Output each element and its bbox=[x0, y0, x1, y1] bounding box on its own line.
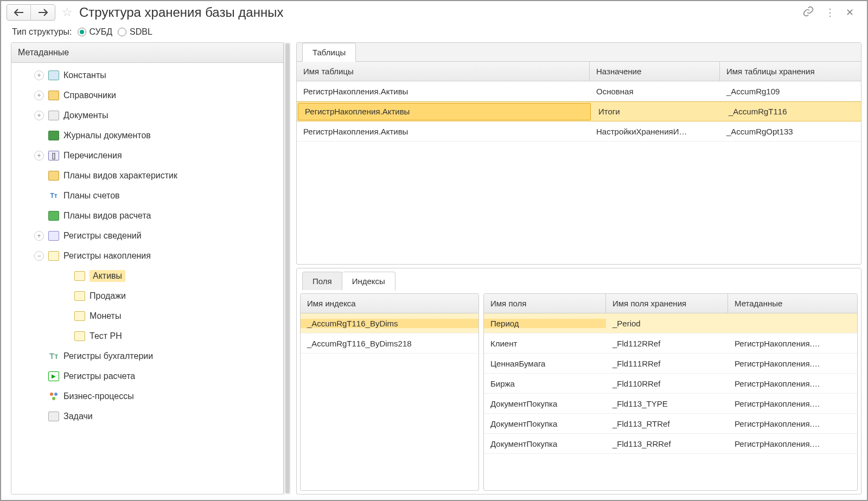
col-field-name[interactable]: Имя поля bbox=[484, 294, 606, 313]
tables-grid-header: Имя таблицы Назначение Имя таблицы хране… bbox=[297, 62, 861, 81]
lower-tabstrip: Поля Индексы bbox=[297, 268, 861, 290]
col-storage-name[interactable]: Имя таблицы хранения bbox=[720, 62, 861, 81]
field-row[interactable]: ДокументПокупка_Fld113_RTRefРегистрНакоп… bbox=[484, 414, 857, 434]
cell: _AccumRg109 bbox=[720, 87, 861, 96]
tree-item[interactable]: −Регистры накопления bbox=[11, 246, 283, 266]
tree-item[interactable]: +Регистры сведений bbox=[11, 226, 283, 246]
tree-item[interactable]: TтРегистры бухгалтерии bbox=[11, 346, 283, 366]
metadata-tree: Метаданные +Константы+Справочники+Докуме… bbox=[11, 42, 284, 494]
table-row[interactable]: РегистрНакопления.АктивыНастройкиХранени… bbox=[297, 121, 861, 142]
calcreg-icon bbox=[48, 371, 59, 381]
cell: РегистрНакопления.… bbox=[728, 419, 857, 428]
forward-button[interactable] bbox=[31, 5, 55, 20]
expander-icon bbox=[60, 311, 70, 321]
bp-icon bbox=[48, 391, 59, 401]
expander-icon[interactable]: + bbox=[34, 151, 44, 160]
title-actions: ⋮ ✕ bbox=[802, 5, 861, 20]
metadata-panel: Метаданные +Константы+Справочники+Докуме… bbox=[11, 42, 291, 494]
tree-item[interactable]: +Константы bbox=[11, 65, 283, 85]
tree-item-label: Бизнес-процессы bbox=[63, 391, 134, 401]
index-row[interactable]: _AccumRgT116_ByDims bbox=[301, 313, 478, 333]
tree-item[interactable]: +Документы bbox=[11, 105, 283, 125]
col-table-name[interactable]: Имя таблицы bbox=[297, 62, 590, 81]
table-row[interactable]: РегистрНакопления.АктивыИтоги_AccumRgT11… bbox=[297, 101, 861, 121]
cell: Клиент bbox=[484, 339, 606, 348]
tree-item[interactable]: TтПланы счетов bbox=[11, 185, 283, 205]
radio-sdbl[interactable]: SDBL bbox=[118, 27, 152, 37]
cell: ДокументПокупка bbox=[484, 399, 606, 408]
tree-item[interactable]: Регистры расчета bbox=[11, 366, 283, 386]
lower-body: Имя индекса _AccumRgT116_ByDims_AccumRgT… bbox=[297, 290, 861, 494]
col-field-metadata[interactable]: Метаданные bbox=[728, 294, 857, 313]
expander-icon[interactable]: + bbox=[34, 231, 44, 241]
tables-rows: РегистрНакопления.АктивыОсновная_AccumRg… bbox=[297, 81, 861, 264]
arrow-right-icon bbox=[38, 9, 48, 16]
favorite-icon[interactable]: ☆ bbox=[62, 5, 73, 20]
radio-circle-icon bbox=[118, 28, 126, 36]
back-button[interactable] bbox=[7, 5, 31, 20]
more-icon[interactable]: ⋮ bbox=[825, 7, 835, 18]
tree-item[interactable]: Активы bbox=[11, 266, 283, 286]
cell: _AccumRgOpt133 bbox=[720, 127, 861, 136]
field-row[interactable]: Клиент_Fld112RRefРегистрНакопления.… bbox=[484, 333, 857, 354]
field-row[interactable]: ДокументПокупка_Fld113_TYPEРегистрНакопл… bbox=[484, 394, 857, 414]
link-icon[interactable] bbox=[802, 5, 814, 20]
tree-item-label: Задачи bbox=[63, 412, 93, 421]
radio-sdbl-label: SDBL bbox=[130, 27, 152, 37]
tree-item[interactable]: Задачи bbox=[11, 406, 283, 426]
col-field-storage[interactable]: Имя поля хранения bbox=[606, 294, 728, 313]
field-row[interactable]: Биржа_Fld110RRefРегистрНакопления.… bbox=[484, 374, 857, 394]
expander-icon[interactable]: + bbox=[34, 91, 44, 100]
tab-fields[interactable]: Поля bbox=[302, 272, 342, 290]
accreg-icon bbox=[74, 331, 85, 341]
cell: ДокументПокупка bbox=[484, 419, 606, 428]
tree-item[interactable]: +Справочники bbox=[11, 85, 283, 105]
scrollbar-vertical[interactable] bbox=[284, 42, 291, 494]
page-title: Структура хранения базы данных bbox=[79, 5, 798, 20]
calc-icon bbox=[48, 211, 59, 221]
fields-indexes-section: Поля Индексы Имя индекса _AccumRgT116_By… bbox=[296, 268, 861, 494]
expander-icon bbox=[34, 351, 44, 361]
cell: НастройкиХраненияИ… bbox=[590, 127, 720, 136]
tree-item[interactable]: Планы видов расчета bbox=[11, 205, 283, 226]
expander-icon[interactable]: + bbox=[34, 70, 44, 80]
tree-item[interactable]: +[]Перечисления bbox=[11, 145, 283, 165]
cell: ЦеннаяБумага bbox=[484, 359, 606, 368]
tree-item-label: Константы bbox=[63, 70, 106, 80]
expander-icon[interactable]: + bbox=[34, 111, 44, 120]
tree-item-label: Перечисления bbox=[63, 151, 122, 160]
cell: _Fld113_RRRef bbox=[606, 439, 728, 448]
field-row[interactable]: ДокументПокупка_Fld113_RRRefРегистрНакоп… bbox=[484, 434, 857, 454]
tree-item[interactable]: Планы видов характеристик bbox=[11, 165, 283, 185]
close-icon[interactable]: ✕ bbox=[846, 7, 854, 18]
tree-body[interactable]: +Константы+Справочники+ДокументыЖурналы … bbox=[11, 63, 283, 494]
tab-tables[interactable]: Таблицы bbox=[302, 43, 356, 62]
tree-item[interactable]: Тест РН bbox=[11, 326, 283, 346]
scrollbar-thumb[interactable] bbox=[285, 43, 290, 493]
expander-icon bbox=[34, 191, 44, 201]
col-index-name[interactable]: Имя индекса bbox=[301, 294, 478, 313]
cell: РегистрНакопления.… bbox=[728, 379, 857, 388]
acct-icon: Tт bbox=[48, 191, 59, 201]
fields-grid: Имя поля Имя поля хранения Метаданные Пе… bbox=[483, 293, 858, 491]
tree-item[interactable]: Журналы документов bbox=[11, 125, 283, 145]
tree-item-label: Планы счетов bbox=[63, 191, 120, 201]
cell: _Fld111RRef bbox=[606, 359, 728, 368]
radio-subd[interactable]: СУБД bbox=[78, 27, 113, 37]
tab-indexes[interactable]: Индексы bbox=[342, 272, 395, 291]
indexes-header: Имя индекса bbox=[301, 294, 478, 313]
cell: РегистрНакопления.… bbox=[728, 359, 857, 368]
tree-item[interactable]: Продажи bbox=[11, 286, 283, 306]
tree-item[interactable]: Бизнес-процессы bbox=[11, 386, 283, 406]
field-row[interactable]: Период_Period bbox=[484, 313, 857, 333]
col-purpose[interactable]: Назначение bbox=[590, 62, 720, 81]
expander-icon[interactable]: − bbox=[34, 251, 44, 261]
tree-item-label: Регистры сведений bbox=[63, 231, 142, 241]
cell: ДокументПокупка bbox=[484, 439, 606, 448]
cell: Период bbox=[484, 319, 606, 328]
table-row[interactable]: РегистрНакопления.АктивыОсновная_AccumRg… bbox=[297, 81, 861, 101]
cell: _AccumRgT116 bbox=[722, 107, 861, 116]
tree-item[interactable]: Монеты bbox=[11, 306, 283, 326]
field-row[interactable]: ЦеннаяБумага_Fld111RRefРегистрНакопления… bbox=[484, 354, 857, 374]
index-row[interactable]: _AccumRgT116_ByDims218 bbox=[301, 333, 478, 354]
